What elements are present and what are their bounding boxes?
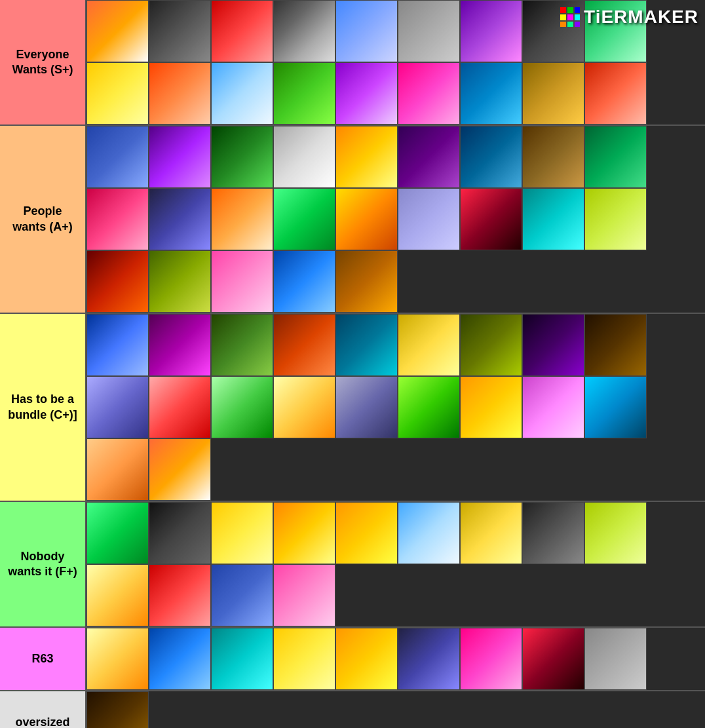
tier-cell bbox=[149, 126, 211, 188]
tier-cell bbox=[149, 250, 211, 313]
tier-content-oversized bbox=[85, 691, 705, 728]
tier-cell bbox=[86, 126, 149, 188]
tier-cell bbox=[460, 188, 522, 250]
tier-cell bbox=[149, 628, 211, 690]
tier-cell bbox=[398, 628, 460, 690]
tier-cell bbox=[460, 126, 522, 188]
tier-cell bbox=[211, 564, 273, 626]
svg-rect-1 bbox=[567, 7, 573, 13]
tier-cell bbox=[522, 314, 584, 376]
tier-row-r63: R63 bbox=[0, 628, 705, 691]
tier-cell bbox=[211, 502, 273, 564]
tier-cell bbox=[398, 62, 460, 125]
tier-cell bbox=[398, 126, 460, 188]
tier-cell bbox=[273, 376, 335, 438]
tier-cell bbox=[211, 376, 273, 438]
tier-cell bbox=[460, 502, 522, 564]
tier-cell bbox=[211, 62, 273, 125]
tier-cell bbox=[460, 0, 522, 62]
tier-content-c-plus bbox=[85, 314, 705, 501]
tier-cell bbox=[86, 564, 149, 626]
tier-cell bbox=[460, 628, 522, 690]
tier-cell bbox=[335, 62, 398, 125]
tier-cell bbox=[335, 628, 398, 690]
svg-rect-4 bbox=[567, 14, 573, 20]
tier-cell bbox=[522, 188, 584, 250]
tier-content-s-plus: TiERMAKER bbox=[85, 0, 705, 125]
tier-label-c-plus: Has to be a bundle (C+)] bbox=[0, 314, 85, 501]
tier-cell bbox=[460, 62, 522, 125]
tier-cell bbox=[584, 126, 647, 188]
tier-content-a-plus bbox=[85, 126, 705, 313]
tier-label-r63: R63 bbox=[0, 628, 85, 690]
tier-cell bbox=[335, 314, 398, 376]
tier-label-s-plus: Everyone Wants (S+) bbox=[0, 0, 85, 125]
tier-cell bbox=[273, 0, 335, 62]
tier-row-f-plus: Nobody wants it (F+) bbox=[0, 502, 705, 628]
tier-cell bbox=[398, 376, 460, 438]
tier-cell bbox=[86, 0, 149, 62]
tier-cell bbox=[335, 126, 398, 188]
tier-cell bbox=[273, 502, 335, 564]
tier-cell bbox=[149, 438, 211, 501]
tier-cell bbox=[211, 314, 273, 376]
tier-cell bbox=[522, 502, 584, 564]
tier-cell bbox=[522, 126, 584, 188]
tier-cell bbox=[86, 188, 149, 250]
tier-cell bbox=[335, 250, 398, 313]
tier-label-a-plus: People wants (A+) bbox=[0, 126, 85, 313]
tier-cell bbox=[86, 376, 149, 438]
tier-row-a-plus: People wants (A+) bbox=[0, 126, 705, 314]
tier-content-r63 bbox=[85, 628, 705, 690]
tier-cell bbox=[149, 188, 211, 250]
tier-cell bbox=[211, 250, 273, 313]
tier-cell bbox=[149, 502, 211, 564]
tier-cell bbox=[398, 314, 460, 376]
tier-cell bbox=[584, 62, 647, 125]
svg-rect-3 bbox=[560, 14, 566, 20]
tier-cell bbox=[149, 314, 211, 376]
tier-cell bbox=[86, 502, 149, 564]
tier-cell bbox=[584, 502, 647, 564]
svg-rect-7 bbox=[567, 22, 573, 27]
tier-cell bbox=[86, 62, 149, 125]
tier-cell bbox=[398, 188, 460, 250]
tier-row-s-plus: Everyone Wants (S+)TiERMAKER bbox=[0, 0, 705, 126]
tier-row-c-plus: Has to be a bundle (C+)] bbox=[0, 314, 705, 502]
tier-content-f-plus bbox=[85, 502, 705, 626]
tier-cell bbox=[273, 126, 335, 188]
tier-cell bbox=[273, 564, 335, 626]
tier-cell bbox=[86, 314, 149, 376]
tier-row-oversized: oversized bbox=[0, 691, 705, 728]
tier-cell bbox=[584, 628, 647, 690]
tier-cell bbox=[335, 0, 398, 62]
tier-cell bbox=[273, 62, 335, 125]
tier-list: Everyone Wants (S+)TiERMAKERPeople wants… bbox=[0, 0, 705, 728]
tier-cell bbox=[211, 126, 273, 188]
tier-cell bbox=[584, 376, 647, 438]
tier-cell bbox=[149, 62, 211, 125]
tier-cell bbox=[335, 376, 398, 438]
tier-cell bbox=[211, 628, 273, 690]
tier-cell bbox=[211, 0, 273, 62]
tier-cell bbox=[86, 628, 149, 690]
tier-cell bbox=[584, 314, 647, 376]
tier-cell bbox=[149, 564, 211, 626]
tier-cell bbox=[522, 628, 584, 690]
tier-cell bbox=[211, 188, 273, 250]
tier-cell bbox=[522, 376, 584, 438]
svg-rect-0 bbox=[560, 7, 566, 13]
tier-cell bbox=[149, 0, 211, 62]
tier-cell bbox=[335, 188, 398, 250]
tier-cell bbox=[398, 0, 460, 62]
tier-cell bbox=[460, 314, 522, 376]
tier-cell bbox=[273, 628, 335, 690]
tier-cell bbox=[522, 62, 584, 125]
tier-cell bbox=[86, 250, 149, 313]
svg-rect-6 bbox=[560, 22, 566, 27]
tier-cell bbox=[86, 691, 149, 728]
svg-rect-5 bbox=[575, 14, 580, 20]
tier-label-oversized: oversized bbox=[0, 691, 85, 728]
watermark: TiERMAKER bbox=[560, 7, 698, 28]
tier-cell bbox=[273, 250, 335, 313]
